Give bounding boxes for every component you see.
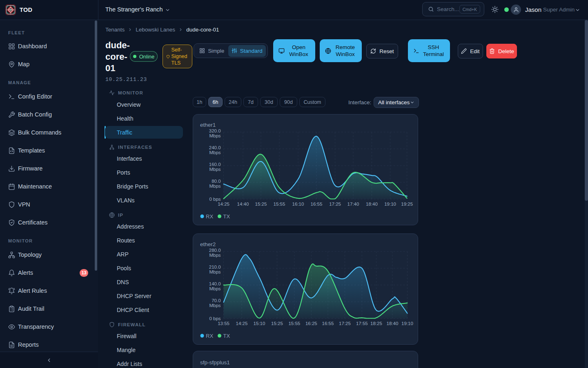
- svg-text:19:10: 19:10: [401, 321, 413, 326]
- svg-text:16:55: 16:55: [322, 321, 334, 326]
- svg-text:15:25: 15:25: [255, 202, 267, 206]
- svg-text:17:40: 17:40: [347, 202, 359, 206]
- svg-text:Mbps: Mbps: [209, 253, 220, 258]
- svg-text:Mbps: Mbps: [209, 133, 220, 138]
- svg-text:240.0: 240.0: [209, 145, 221, 150]
- svg-text:Mbps: Mbps: [209, 269, 220, 274]
- svg-text:18:25: 18:25: [370, 321, 382, 326]
- svg-text:18:40: 18:40: [366, 202, 378, 206]
- svg-text:TX: TX: [223, 213, 230, 220]
- svg-text:16:25: 16:25: [305, 321, 317, 326]
- svg-text:Mbps: Mbps: [209, 286, 220, 291]
- svg-text:Mbps: Mbps: [209, 167, 220, 172]
- svg-text:16:10: 16:10: [292, 202, 304, 206]
- svg-text:15:55: 15:55: [288, 321, 300, 326]
- svg-text:14:25: 14:25: [218, 202, 229, 206]
- svg-text:Mbps: Mbps: [209, 303, 220, 308]
- svg-text:17:55: 17:55: [356, 321, 368, 326]
- svg-text:17:25: 17:25: [329, 202, 341, 206]
- svg-text:18:40: 18:40: [387, 321, 399, 326]
- svg-text:14:40: 14:40: [237, 202, 249, 206]
- svg-text:19:10: 19:10: [384, 202, 396, 206]
- svg-text:0 bps: 0 bps: [209, 316, 220, 321]
- svg-text:210.0: 210.0: [209, 265, 221, 269]
- svg-text:ether2: ether2: [200, 241, 216, 247]
- svg-text:ether1: ether1: [200, 122, 216, 128]
- svg-text:16:55: 16:55: [311, 202, 323, 206]
- svg-text:160.0: 160.0: [209, 162, 221, 167]
- svg-text:80.0: 80.0: [212, 179, 220, 184]
- svg-text:RX: RX: [206, 213, 213, 220]
- svg-text:RX: RX: [206, 333, 213, 339]
- svg-text:17:25: 17:25: [339, 321, 351, 326]
- svg-text:70.0: 70.0: [212, 298, 220, 303]
- svg-text:14:25: 14:25: [236, 321, 248, 326]
- svg-text:320.0: 320.0: [209, 128, 221, 133]
- svg-text:15:25: 15:25: [271, 321, 283, 326]
- svg-text:15:10: 15:10: [254, 321, 265, 326]
- svg-text:0 bps: 0 bps: [209, 197, 220, 202]
- svg-text:Mbps: Mbps: [209, 184, 220, 188]
- svg-text:19:25: 19:25: [401, 202, 413, 206]
- svg-text:280.0: 280.0: [209, 248, 221, 253]
- svg-text:13:55: 13:55: [218, 321, 229, 326]
- svg-text:15:55: 15:55: [274, 202, 285, 206]
- svg-text:Mbps: Mbps: [209, 150, 220, 155]
- svg-text:TX: TX: [223, 333, 230, 339]
- svg-text:140.0: 140.0: [209, 281, 221, 286]
